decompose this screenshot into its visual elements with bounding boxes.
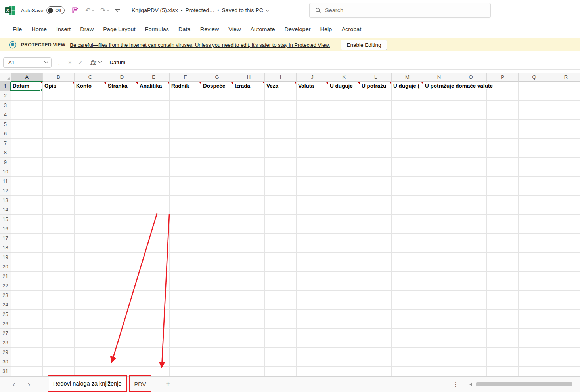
cell-P28[interactable] (487, 338, 519, 348)
cell-Q23[interactable] (519, 291, 550, 300)
cell-N23[interactable] (423, 291, 455, 300)
cell-L20[interactable] (360, 262, 392, 272)
cell-O19[interactable] (455, 253, 487, 262)
cell-C25[interactable] (75, 310, 106, 319)
cell-B13[interactable] (43, 196, 75, 205)
cell-G13[interactable] (201, 196, 233, 205)
cell-F15[interactable] (170, 215, 201, 224)
cell-C13[interactable] (75, 196, 106, 205)
cell-N12[interactable] (423, 186, 455, 196)
cell-M5[interactable] (392, 120, 423, 129)
saved-status[interactable]: Saved to this PC (222, 7, 263, 13)
cell-E18[interactable] (138, 243, 170, 253)
cell-O16[interactable] (455, 224, 487, 234)
cell-B6[interactable] (43, 129, 75, 139)
cell-I11[interactable] (265, 177, 297, 186)
cell-N1[interactable]: U potražuje domaće valute (423, 82, 455, 91)
row-header-13[interactable]: 13 (0, 196, 11, 205)
cell-K7[interactable] (328, 139, 360, 148)
cell-L21[interactable] (360, 272, 392, 281)
cell-C27[interactable] (75, 329, 106, 338)
cell-L14[interactable] (360, 205, 392, 215)
cell-F23[interactable] (170, 291, 201, 300)
cell-O29[interactable] (455, 348, 487, 357)
cell-A27[interactable] (11, 329, 43, 338)
cell-A14[interactable] (11, 205, 43, 215)
cell-H25[interactable] (233, 310, 265, 319)
cell-B5[interactable] (43, 120, 75, 129)
cell-J3[interactable] (297, 101, 328, 110)
cell-N3[interactable] (423, 101, 455, 110)
cell-G8[interactable] (201, 148, 233, 158)
cell-L10[interactable] (360, 167, 392, 177)
cell-B7[interactable] (43, 139, 75, 148)
cell-O17[interactable] (455, 234, 487, 243)
cell-Q6[interactable] (519, 129, 550, 139)
cell-I3[interactable] (265, 101, 297, 110)
cell-L30[interactable] (360, 357, 392, 367)
cell-R10[interactable] (550, 167, 580, 177)
menu-tab-help[interactable]: Help (316, 21, 337, 38)
cell-Q16[interactable] (519, 224, 550, 234)
cell-N28[interactable] (423, 338, 455, 348)
cell-Q30[interactable] (519, 357, 550, 367)
cell-F17[interactable] (170, 234, 201, 243)
cell-H24[interactable] (233, 300, 265, 310)
cell-N16[interactable] (423, 224, 455, 234)
cell-A26[interactable] (11, 319, 43, 329)
cell-E12[interactable] (138, 186, 170, 196)
cell-P11[interactable] (487, 177, 519, 186)
cell-M4[interactable] (392, 110, 423, 120)
cell-N5[interactable] (423, 120, 455, 129)
row-header-29[interactable]: 29 (0, 348, 11, 357)
cell-E1[interactable]: Analitika (138, 82, 170, 91)
cell-K22[interactable] (328, 281, 360, 291)
cell-K24[interactable] (328, 300, 360, 310)
cell-R16[interactable] (550, 224, 580, 234)
undo-button[interactable]: ↶ (85, 7, 94, 14)
cell-F14[interactable] (170, 205, 201, 215)
cell-P17[interactable] (487, 234, 519, 243)
cell-A15[interactable] (11, 215, 43, 224)
cell-M20[interactable] (392, 262, 423, 272)
cell-D6[interactable] (106, 129, 138, 139)
cell-L19[interactable] (360, 253, 392, 262)
cell-N17[interactable] (423, 234, 455, 243)
row-header-20[interactable]: 20 (0, 262, 11, 272)
cell-R29[interactable] (550, 348, 580, 357)
cell-I13[interactable] (265, 196, 297, 205)
menu-tab-developer[interactable]: Developer (279, 21, 315, 38)
cell-C10[interactable] (75, 167, 106, 177)
cell-P13[interactable] (487, 196, 519, 205)
cell-N11[interactable] (423, 177, 455, 186)
column-header-L[interactable]: L (360, 73, 392, 82)
cell-D5[interactable] (106, 120, 138, 129)
cell-N4[interactable] (423, 110, 455, 120)
cell-A31[interactable] (11, 367, 43, 376)
cell-J22[interactable] (297, 281, 328, 291)
cell-C18[interactable] (75, 243, 106, 253)
cell-M1[interactable]: U duguje ( (392, 82, 423, 91)
cell-C28[interactable] (75, 338, 106, 348)
cell-H15[interactable] (233, 215, 265, 224)
cell-I20[interactable] (265, 262, 297, 272)
cell-E31[interactable] (138, 367, 170, 376)
cell-L1[interactable]: U potražu (360, 82, 392, 91)
cell-L17[interactable] (360, 234, 392, 243)
cell-G3[interactable] (201, 101, 233, 110)
cell-A19[interactable] (11, 253, 43, 262)
cell-F6[interactable] (170, 129, 201, 139)
cell-L24[interactable] (360, 300, 392, 310)
cell-M12[interactable] (392, 186, 423, 196)
cell-C12[interactable] (75, 186, 106, 196)
row-header-17[interactable]: 17 (0, 234, 11, 243)
cell-B21[interactable] (43, 272, 75, 281)
cell-L31[interactable] (360, 367, 392, 376)
cell-M14[interactable] (392, 205, 423, 215)
menu-tab-home[interactable]: Home (27, 21, 52, 38)
row-header-7[interactable]: 7 (0, 139, 11, 148)
cell-C9[interactable] (75, 158, 106, 167)
cell-G21[interactable] (201, 272, 233, 281)
cell-E13[interactable] (138, 196, 170, 205)
cell-H3[interactable] (233, 101, 265, 110)
